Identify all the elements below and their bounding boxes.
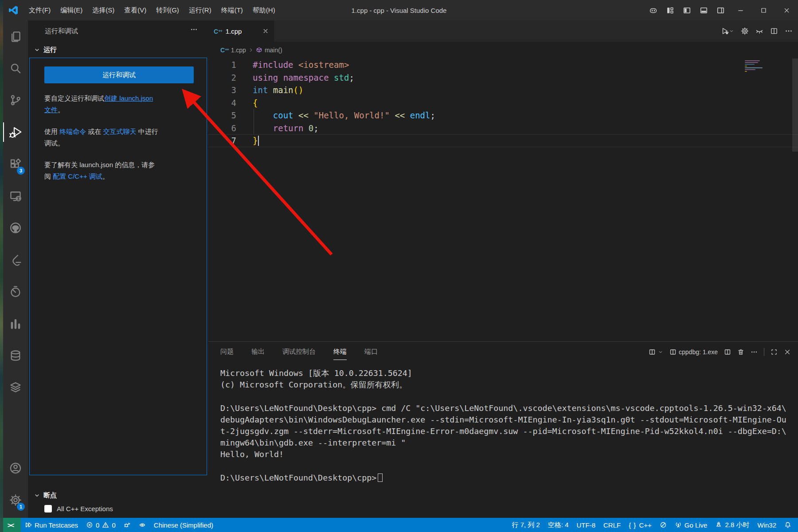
activity-source-control[interactable] bbox=[3, 84, 28, 116]
breadcrumb-item[interactable]: main() bbox=[265, 47, 282, 54]
editor-scrollbar[interactable] bbox=[792, 59, 798, 152]
line-number: 4 bbox=[208, 97, 236, 110]
debug-status[interactable] bbox=[120, 518, 135, 532]
label: { } bbox=[629, 521, 636, 529]
activity-extensions[interactable]: 3 bbox=[3, 148, 28, 180]
breakpoints-header[interactable]: 断点 bbox=[34, 491, 214, 500]
split-editor-icon bbox=[724, 348, 731, 356]
settings-gear-button[interactable] bbox=[741, 27, 749, 35]
toggle-secondary-sidebar-icon[interactable] bbox=[712, 3, 729, 17]
chevron-down-icon bbox=[34, 492, 40, 499]
indentation[interactable]: 空格: 4 bbox=[544, 518, 573, 532]
run-testcases-button[interactable]: Run Testcases bbox=[21, 518, 82, 532]
language-mode[interactable]: { }C++ bbox=[625, 518, 656, 532]
menu-item[interactable]: 编辑(E) bbox=[55, 0, 87, 20]
split-editor-button[interactable] bbox=[770, 27, 778, 35]
menu-item[interactable]: 选择(S) bbox=[87, 0, 119, 20]
activity-run-debug[interactable] bbox=[3, 116, 28, 148]
display-language[interactable]: Chinese (Simplified) bbox=[150, 518, 217, 532]
toggle-hints-button[interactable] bbox=[755, 27, 763, 35]
ellipsis-icon bbox=[751, 348, 758, 356]
eol[interactable]: CRLF bbox=[599, 518, 625, 532]
close-tab-icon[interactable] bbox=[262, 28, 269, 34]
menu-item[interactable]: 转到(G) bbox=[151, 0, 184, 20]
debug-run-button[interactable] bbox=[721, 27, 734, 35]
toggle-sidebar-icon[interactable] bbox=[678, 3, 695, 17]
minimap[interactable] bbox=[745, 59, 765, 73]
close-icon bbox=[784, 348, 791, 356]
terminal-output[interactable]: Microsoft Windows [版本 10.0.22631.5624](c… bbox=[208, 362, 798, 484]
activity-database[interactable] bbox=[3, 340, 28, 372]
time-tracker[interactable]: 2.8 小时 bbox=[711, 518, 753, 532]
sidebar-link[interactable]: 交互式聊天 bbox=[103, 128, 137, 135]
panel-actions: cppdbg: 1.exe bbox=[649, 348, 791, 356]
activity-explorer[interactable] bbox=[3, 20, 28, 52]
panel-tab-端口[interactable]: 端口 bbox=[364, 348, 378, 356]
code-editor[interactable]: 1#include <iostream>2using namespace std… bbox=[208, 59, 798, 341]
breadcrumb[interactable]: C++1.cppmain() bbox=[208, 42, 798, 59]
menu-item[interactable]: 终端(T) bbox=[216, 0, 248, 20]
cursor-position[interactable]: 行 7, 列 2 bbox=[508, 518, 544, 532]
extension-disabled[interactable] bbox=[656, 518, 671, 532]
label: 0 bbox=[96, 521, 99, 529]
activity-chart[interactable] bbox=[3, 308, 28, 340]
activity-settings[interactable]: 1 bbox=[3, 484, 28, 516]
launch-profile-button[interactable] bbox=[649, 348, 663, 356]
line-number: 2 bbox=[208, 71, 236, 84]
label: 行 7, 列 2 bbox=[512, 521, 540, 529]
activity-layers[interactable] bbox=[3, 372, 28, 403]
activity-github[interactable] bbox=[3, 212, 28, 244]
problems-status[interactable]: 00 bbox=[82, 518, 120, 532]
panel-tab-终端[interactable]: 终端 bbox=[333, 348, 347, 356]
all-cpp-exceptions-checkbox[interactable] bbox=[44, 505, 52, 512]
close-panel-button[interactable] bbox=[784, 348, 791, 356]
bell-icon bbox=[784, 521, 791, 528]
go-live[interactable]: Go Live bbox=[671, 518, 712, 532]
activity-remote-explorer[interactable] bbox=[3, 180, 28, 212]
screencast-status[interactable] bbox=[135, 518, 150, 532]
copilot-icon[interactable] bbox=[645, 3, 661, 17]
chevron-right-icon bbox=[248, 47, 254, 53]
kill-terminal-button[interactable] bbox=[737, 348, 744, 356]
code-text: #include <iostream> bbox=[253, 59, 349, 71]
help-paragraph: 要自定义运行和调试创建 launch.json 文件。 bbox=[44, 93, 160, 116]
split-terminal-button[interactable] bbox=[724, 348, 731, 356]
label: Run Testcases bbox=[35, 521, 78, 529]
remote-explorer-icon bbox=[9, 190, 22, 202]
menu-item[interactable]: 文件(F) bbox=[24, 0, 55, 20]
remote-indicator[interactable]: >< bbox=[0, 518, 21, 532]
line-number: 7 bbox=[208, 134, 236, 147]
panel-tab-问题[interactable]: 问题 bbox=[220, 348, 234, 356]
debug-bug-icon bbox=[124, 521, 131, 528]
menu-item[interactable]: 帮助(H) bbox=[248, 0, 280, 20]
editor-more-actions[interactable] bbox=[785, 27, 793, 35]
panel-tab-输出[interactable]: 输出 bbox=[251, 348, 265, 356]
panel-tab-调试控制台[interactable]: 调试控制台 bbox=[282, 348, 316, 356]
maximize-icon bbox=[760, 7, 767, 14]
menu-item[interactable]: 查看(V) bbox=[119, 0, 151, 20]
maximize-button[interactable] bbox=[752, 0, 775, 20]
run-section-header[interactable]: 运行 bbox=[34, 46, 57, 54]
run-and-debug-button[interactable]: 运行和调试 bbox=[44, 66, 194, 83]
sidebar-more-actions[interactable] bbox=[190, 26, 198, 33]
notifications-bell[interactable] bbox=[780, 518, 795, 532]
activity-timer[interactable] bbox=[3, 276, 28, 308]
encoding[interactable]: UTF-8 bbox=[573, 518, 600, 532]
panel-more-actions[interactable] bbox=[751, 348, 758, 356]
toggle-panel-icon[interactable] bbox=[695, 3, 712, 17]
close-button[interactable] bbox=[775, 0, 798, 20]
activity-account[interactable] bbox=[3, 452, 28, 484]
breadcrumb-item[interactable]: 1.cpp bbox=[231, 47, 246, 54]
layout-icon[interactable] bbox=[661, 3, 678, 17]
activity-leetcode[interactable] bbox=[3, 244, 28, 276]
menu-item[interactable]: 运行(R) bbox=[184, 0, 216, 20]
platform[interactable]: Win32 bbox=[753, 518, 780, 532]
activity-search[interactable] bbox=[3, 52, 28, 84]
sidebar-link[interactable]: 终端命令 bbox=[59, 128, 86, 135]
terminal-list-item[interactable]: cppdbg: 1.exe bbox=[669, 348, 718, 356]
tab-1cpp[interactable]: C++ 1.cpp bbox=[208, 20, 274, 42]
minimize-button[interactable] bbox=[729, 0, 752, 20]
titlebar: 文件(F)编辑(E)选择(S)查看(V)转到(G)运行(R)终端(T)帮助(H)… bbox=[0, 0, 798, 20]
maximize-panel-button[interactable] bbox=[771, 348, 778, 356]
sidebar-link[interactable]: 配置 C/C++ 调试 bbox=[53, 172, 102, 180]
